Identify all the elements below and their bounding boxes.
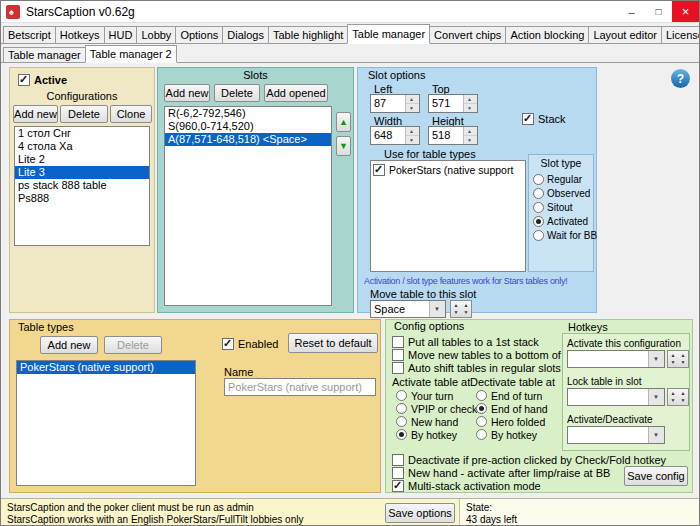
maximize-button[interactable]: [645, 1, 672, 22]
slots-list[interactable]: R(-6,2-792,546) S(960,0-714,520) A(87,57…: [164, 106, 332, 306]
multi-stack-activation-checkbox[interactable]: Multi-stack activation mode: [392, 479, 541, 492]
enabled-checkbox[interactable]: Enabled: [222, 337, 278, 350]
auto-shift-tables-checkbox[interactable]: Auto shift tables in regular slots: [392, 361, 561, 374]
activate-new-hand-radio[interactable]: New hand: [396, 415, 458, 428]
list-item-selected[interactable]: PokerStars (native support): [17, 361, 195, 374]
config-add-button[interactable]: Add new: [13, 105, 58, 123]
deactivate-preaction-checkbox[interactable]: Deactivate if pre-action clicked by Chec…: [392, 453, 666, 466]
activate-configuration-spin-buttons[interactable]: [667, 350, 689, 368]
list-item[interactable]: S(960,0-714,520): [165, 120, 331, 133]
help-button[interactable]: [671, 69, 690, 88]
spin-up-icon[interactable]: [464, 95, 477, 104]
activate-by-hotkey-radio[interactable]: By hotkey: [396, 428, 457, 441]
minimize-button[interactable]: [618, 1, 645, 22]
table-types-delete-button[interactable]: Delete: [104, 336, 162, 354]
spin-down-icon[interactable]: [406, 104, 419, 112]
save-config-button[interactable]: Save config: [624, 466, 688, 486]
list-item[interactable]: 1 стол Снг: [15, 127, 149, 140]
list-item-selected[interactable]: Lite 3: [15, 166, 149, 179]
left-input[interactable]: 87: [370, 94, 420, 113]
tab-table-manager-2[interactable]: Table manager 2: [85, 45, 177, 63]
move-table-slot-dropdown[interactable]: Space: [370, 300, 446, 318]
slot-type-activated[interactable]: Activated: [533, 215, 588, 228]
list-item[interactable]: Ps888: [15, 192, 149, 205]
use-for-table-types-list[interactable]: PokerStars (native support: [370, 160, 526, 272]
tab-action-blocking[interactable]: Action blocking: [505, 26, 589, 43]
deactivate-by-hotkey-radio[interactable]: By hotkey: [476, 428, 537, 441]
width-input[interactable]: 648: [370, 126, 420, 145]
slots-add-button[interactable]: Add new: [164, 84, 210, 102]
chevron-down-icon[interactable]: [429, 301, 445, 317]
stack-checkbox[interactable]: Stack: [522, 112, 566, 125]
chevron-down-icon[interactable]: [648, 351, 664, 367]
spin-up-icon[interactable]: [464, 127, 477, 136]
table-types-add-button[interactable]: Add new: [40, 336, 98, 354]
chevron-down-icon[interactable]: [648, 427, 664, 443]
list-item[interactable]: R(-6,2-792,546): [165, 107, 331, 120]
save-options-button[interactable]: Save options: [385, 503, 455, 523]
config-options-title: Config options: [394, 320, 464, 332]
slots-delete-button[interactable]: Delete: [214, 84, 260, 102]
list-item-selected[interactable]: A(87,571-648,518) <Space>: [165, 133, 331, 146]
table-types-list[interactable]: PokerStars (native support): [16, 360, 196, 486]
chevron-down-icon[interactable]: [648, 389, 664, 405]
slot-type-sitout[interactable]: Sitout: [533, 201, 573, 214]
spin-down-icon[interactable]: [464, 136, 477, 144]
status-bar: StarsCaption and the poker client must b…: [1, 498, 700, 526]
spin-up-icon[interactable]: [406, 127, 419, 136]
tab-options[interactable]: Options: [175, 26, 223, 43]
tab-betscript[interactable]: Betscript: [3, 26, 56, 43]
height-input[interactable]: 518: [428, 126, 478, 145]
slot-move-up-button[interactable]: [336, 112, 351, 132]
tab-license[interactable]: License: [661, 26, 700, 43]
slot-type-wait-for-bb[interactable]: Wait for BB: [533, 229, 597, 242]
top-input[interactable]: 571: [428, 94, 478, 113]
active-checkbox[interactable]: Active: [18, 73, 67, 86]
lock-table-spin-buttons[interactable]: [667, 388, 689, 406]
spin-up-icon[interactable]: [406, 95, 419, 104]
list-item[interactable]: ps stack 888 table: [15, 179, 149, 192]
config-clone-button[interactable]: Clone: [110, 105, 152, 123]
spin-down-icon[interactable]: [464, 104, 477, 112]
slot-type-regular[interactable]: Regular: [533, 173, 582, 186]
tab-table-manager[interactable]: Table manager: [347, 24, 430, 44]
tab-dialogs[interactable]: Dialogs: [222, 26, 269, 43]
activate-vpip-radio[interactable]: VPIP or check: [396, 402, 477, 415]
checkbox-icon: [522, 113, 534, 125]
tab-convert-chips[interactable]: Convert chips: [429, 26, 506, 43]
slot-move-down-button[interactable]: [336, 136, 351, 156]
tab-hotkeys[interactable]: Hotkeys: [55, 26, 105, 43]
activate-configuration-label: Activate this configuration: [567, 338, 681, 349]
configurations-list[interactable]: 1 стол Снг 4 стола Ха Lite 2 Lite 3 ps s…: [14, 126, 150, 246]
put-tables-1st-stack-checkbox[interactable]: Put all tables to a 1st stack: [392, 335, 539, 348]
activate-configuration-hotkey-dropdown[interactable]: [567, 350, 665, 368]
new-hand-activate-checkbox[interactable]: New hand - activate after limp/raise at …: [392, 466, 610, 479]
tab-table-manager-1[interactable]: Table manager: [3, 47, 86, 62]
move-table-spin-buttons[interactable]: [450, 300, 472, 318]
slot-type-observed[interactable]: Observed: [533, 187, 590, 200]
list-item[interactable]: 4 стола Ха: [15, 140, 149, 153]
tab-layout-editor[interactable]: Layout editor: [588, 26, 662, 43]
spin-up-icon: [454, 303, 459, 308]
config-delete-button[interactable]: Delete: [60, 105, 108, 123]
deactivate-hero-folded-radio[interactable]: Hero folded: [476, 415, 545, 428]
tab-lobby[interactable]: Lobby: [136, 26, 176, 43]
reset-to-default-button[interactable]: Reset to default: [288, 333, 378, 353]
move-new-tables-bottom-checkbox[interactable]: Move new tables to a bottom of stack: [392, 348, 590, 361]
state-label: State:: [466, 502, 492, 513]
close-button[interactable]: [672, 1, 699, 22]
activate-deactivate-hotkey-dropdown[interactable]: [567, 426, 665, 444]
slots-add-opened-button[interactable]: Add opened: [264, 84, 328, 102]
table-types-panel: Table types Add new Delete PokerStars (n…: [9, 319, 381, 493]
deactivate-end-of-turn-radio[interactable]: End of turn: [476, 389, 542, 402]
tab-hud[interactable]: HUD: [104, 26, 138, 43]
radio-icon: [533, 230, 544, 241]
table-type-use-checkbox[interactable]: PokerStars (native support: [373, 163, 526, 176]
list-item[interactable]: Lite 2: [15, 153, 149, 166]
lock-table-hotkey-dropdown[interactable]: [567, 388, 665, 406]
spin-down-icon[interactable]: [406, 136, 419, 144]
table-type-name-input[interactable]: PokerStars (native support): [224, 378, 376, 396]
activate-your-turn-radio[interactable]: Your turn: [396, 389, 453, 402]
tab-table-highlight[interactable]: Table highlight: [268, 26, 348, 43]
deactivate-end-of-hand-radio[interactable]: End of hand: [476, 402, 548, 415]
